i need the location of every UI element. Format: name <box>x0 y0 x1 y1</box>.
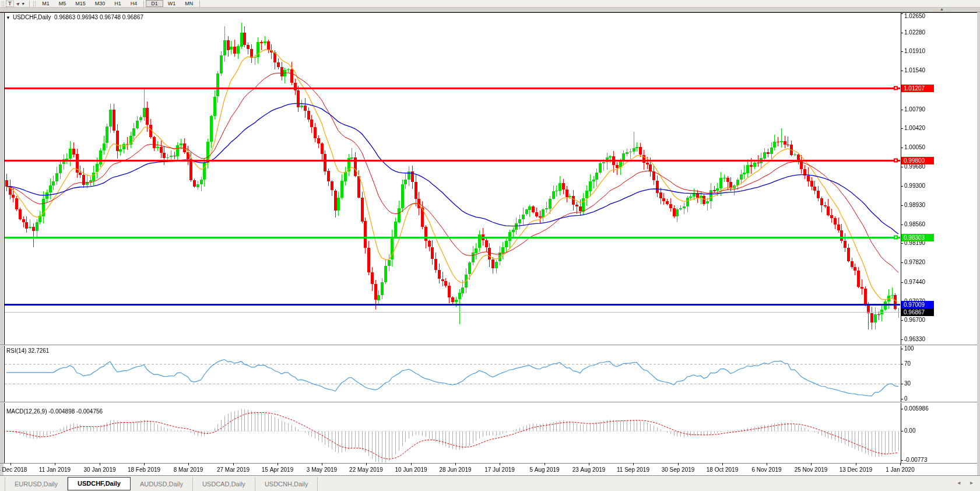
timeframe-button-h1[interactable]: H1 <box>110 0 126 7</box>
tab-scroll-right-icon[interactable]: ▸ <box>970 479 973 486</box>
toolbar-separator <box>29 1 30 7</box>
tab-scroll-left-icon[interactable]: ◂ <box>957 479 960 486</box>
timeframe-button-d1[interactable]: D1 <box>146 0 163 7</box>
scroll-up-icon[interactable]: ▲ <box>940 7 944 11</box>
toolbar-grip[interactable] <box>33 1 36 6</box>
tab-eurusd[interactable]: EURUSD,Daily <box>5 477 68 491</box>
timeframe-button-m5[interactable]: M5 <box>54 0 71 7</box>
timeframe-button-w1[interactable]: W1 <box>163 0 181 7</box>
timeframe-button-mn[interactable]: MN <box>180 0 198 7</box>
tab-usdcad[interactable]: USDCAD,Daily <box>193 477 255 491</box>
timeframe-button-m30[interactable]: M30 <box>90 0 110 7</box>
tab-audusd[interactable]: AUDUSD,Daily <box>131 477 193 491</box>
toolbar-grip[interactable] <box>2 1 4 6</box>
arrow-tool-button[interactable]: ➤▼ <box>14 0 28 7</box>
timeframe-button-m1[interactable]: M1 <box>37 0 54 7</box>
chart-window: ▼USDCHF,Daily 0.96863 0.96943 0.96748 0.… <box>0 12 980 475</box>
symbol-tab-bar: EURUSD,DailyUSDCHF,DailyAUDUSD,DailyUSDC… <box>0 475 980 491</box>
tab-usdcnh[interactable]: USDCNH,Daily <box>255 477 318 491</box>
top-toolbar: T ➤▼ M1M5M15M30H1H4 D1W1MN <box>0 0 980 8</box>
tab-usdchf[interactable]: USDCHF,Daily <box>68 477 131 490</box>
toolbar-separator <box>199 1 200 7</box>
price-chart-canvas[interactable] <box>0 12 980 475</box>
timeframe-button-h4[interactable]: H4 <box>126 0 142 7</box>
toolbar-separator <box>143 1 144 7</box>
window-top-strip: ▲ <box>0 8 980 12</box>
text-tool-button[interactable]: T <box>6 1 14 7</box>
timeframe-button-m15[interactable]: M15 <box>71 0 90 7</box>
